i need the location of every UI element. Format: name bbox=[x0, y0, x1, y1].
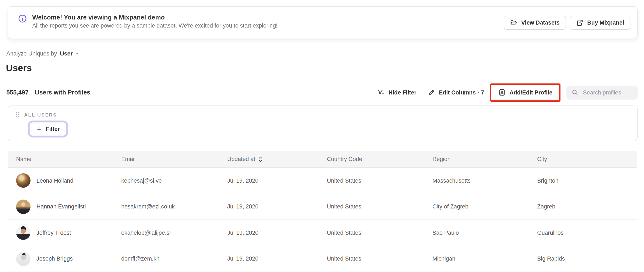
user-country-code: United States bbox=[327, 178, 432, 184]
avatar bbox=[16, 174, 30, 188]
add-filter-button[interactable]: Filter bbox=[29, 122, 66, 136]
user-email: domfi@zem.kh bbox=[121, 256, 227, 262]
column-header-city[interactable]: City bbox=[537, 156, 637, 162]
column-header-region[interactable]: Region bbox=[432, 156, 537, 162]
user-updated-at: Jul 19, 2020 bbox=[227, 256, 327, 262]
user-name-cell: Joseph Briggs bbox=[16, 252, 121, 266]
user-city: Brighton bbox=[537, 178, 637, 184]
banner-actions: View Datasets Buy Mixpanel bbox=[504, 16, 630, 30]
profiles-count: 555,497 bbox=[6, 89, 28, 96]
toolbar-row: 555,497 Users with Profiles Hide Filter bbox=[6, 83, 638, 102]
user-city: Guarulhos bbox=[537, 230, 637, 236]
info-icon bbox=[18, 14, 27, 23]
view-datasets-label: View Datasets bbox=[521, 19, 560, 26]
table-row[interactable]: Joseph Briggs domfi@zem.kh Jul 19, 2020 … bbox=[8, 246, 637, 272]
avatar bbox=[16, 226, 30, 240]
hide-filter-label: Hide Filter bbox=[388, 89, 416, 96]
user-updated-at: Jul 19, 2020 bbox=[227, 204, 327, 210]
user-region: Michigan bbox=[432, 256, 537, 262]
analyze-uniques-selector[interactable]: User bbox=[60, 50, 80, 57]
table-header-row: Name Email Updated at Country Code Regio… bbox=[8, 151, 637, 168]
search-profiles-box bbox=[566, 85, 638, 99]
user-region: Sao Paulo bbox=[432, 230, 537, 236]
column-header-email[interactable]: Email bbox=[121, 156, 227, 162]
drag-handle-icon[interactable] bbox=[15, 111, 20, 118]
pencil-icon bbox=[428, 89, 435, 96]
user-country-code: United States bbox=[327, 230, 432, 236]
buy-mixpanel-label: Buy Mixpanel bbox=[587, 19, 624, 26]
user-updated-at: Jul 19, 2020 bbox=[227, 230, 327, 236]
external-link-icon bbox=[576, 19, 583, 26]
user-name-cell: Leona Holland bbox=[16, 174, 121, 188]
user-email: hesakrem@ezi.co.uk bbox=[121, 204, 227, 210]
add-edit-profile-button[interactable]: Add/Edit Profile bbox=[498, 89, 553, 96]
hide-filter-button[interactable]: Hide Filter bbox=[377, 89, 416, 96]
banner-title: Welcome! You are viewing a Mixpanel demo bbox=[32, 13, 278, 21]
buy-mixpanel-button[interactable]: Buy Mixpanel bbox=[570, 16, 630, 30]
avatar bbox=[16, 252, 30, 266]
table-row[interactable]: Jeffrey Troost okahelop@lalijpe.sl Jul 1… bbox=[8, 220, 637, 246]
analyze-uniques-value: User bbox=[60, 50, 73, 57]
add-edit-profile-label: Add/Edit Profile bbox=[510, 89, 553, 96]
column-header-name[interactable]: Name bbox=[16, 156, 121, 162]
column-header-updated-at[interactable]: Updated at bbox=[227, 156, 327, 163]
table-row[interactable]: Hannah Evangelisti hesakrem@ezi.co.uk Ju… bbox=[8, 194, 637, 220]
search-icon bbox=[572, 89, 578, 96]
search-profiles-input[interactable] bbox=[582, 89, 635, 96]
user-city: Zagreb bbox=[537, 204, 637, 210]
chevron-down-icon bbox=[75, 51, 80, 56]
users-page: Welcome! You are viewing a Mixpanel demo… bbox=[0, 0, 644, 272]
page-title: Users bbox=[6, 63, 32, 74]
all-users-group-label: ALL USERS bbox=[24, 112, 57, 117]
profile-card-icon bbox=[498, 89, 506, 96]
sort-icon bbox=[258, 156, 263, 163]
user-country-code: United States bbox=[327, 204, 432, 210]
column-header-country-code[interactable]: Country Code bbox=[327, 156, 432, 162]
user-region: City of Zagreb bbox=[432, 204, 537, 210]
user-updated-at: Jul 19, 2020 bbox=[227, 178, 327, 184]
users-table: Name Email Updated at Country Code Regio… bbox=[8, 151, 637, 272]
edit-columns-button[interactable]: Edit Columns · 7 bbox=[428, 89, 484, 96]
toolbar-actions: Hide Filter Edit Columns · 7 bbox=[377, 83, 638, 101]
analyze-uniques-label: Analyze Uniques by bbox=[6, 50, 57, 57]
table-row[interactable]: Leona Holland kephesaj@si.ve Jul 19, 202… bbox=[8, 168, 637, 194]
user-email: okahelop@lalijpe.sl bbox=[121, 230, 227, 236]
filter-plus-icon bbox=[377, 89, 384, 96]
user-country-code: United States bbox=[327, 256, 432, 262]
user-region: Massachusetts bbox=[432, 178, 537, 184]
welcome-banner: Welcome! You are viewing a Mixpanel demo… bbox=[8, 6, 638, 39]
user-email: kephesaj@si.ve bbox=[121, 178, 227, 184]
analyze-uniques-row: Analyze Uniques by User bbox=[6, 50, 80, 57]
profiles-count-label: Users with Profiles bbox=[35, 89, 90, 96]
view-datasets-button[interactable]: View Datasets bbox=[504, 16, 566, 30]
user-name: Jeffrey Troost bbox=[36, 230, 71, 236]
filter-card: ALL USERS Filter bbox=[8, 105, 638, 141]
add-filter-label: Filter bbox=[46, 126, 60, 132]
avatar bbox=[16, 200, 30, 214]
user-name: Leona Holland bbox=[36, 178, 73, 184]
user-name-cell: Hannah Evangelisti bbox=[16, 200, 121, 214]
annotation-highlight: Add/Edit Profile bbox=[490, 83, 561, 101]
plus-icon bbox=[36, 126, 42, 132]
user-name: Joseph Briggs bbox=[36, 256, 73, 262]
banner-subtitle: All the reports you see are powered by a… bbox=[32, 22, 278, 29]
edit-columns-label: Edit Columns · 7 bbox=[439, 89, 484, 96]
user-city: Big Rapids bbox=[537, 256, 637, 262]
user-name: Hannah Evangelisti bbox=[36, 204, 86, 210]
user-name-cell: Jeffrey Troost bbox=[16, 226, 121, 240]
folder-icon bbox=[510, 19, 518, 26]
